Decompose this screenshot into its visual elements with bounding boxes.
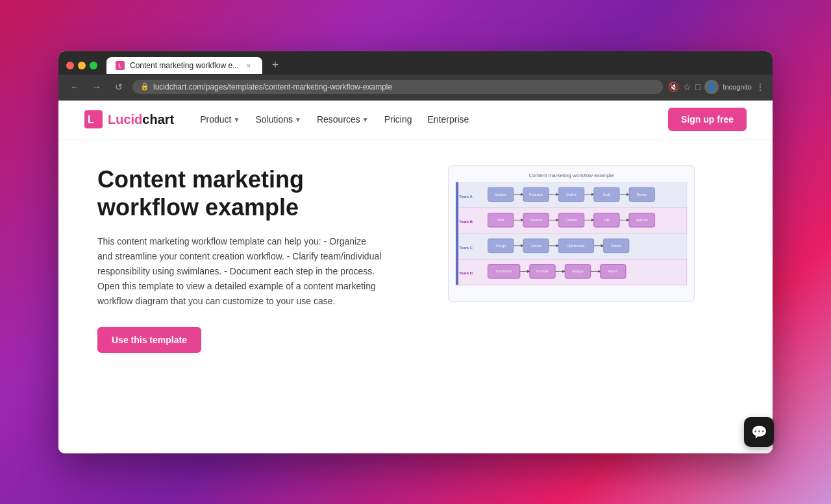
tab-title: Content marketing workflow e... xyxy=(130,61,239,70)
no-audio-icon: 🔇 xyxy=(668,82,679,92)
content-left: Content marketing workflow example This … xyxy=(97,165,383,354)
site-nav: L Lucidchart Product ▼ Solutions ▼ Resou… xyxy=(58,101,773,139)
resources-chevron-icon: ▼ xyxy=(362,116,369,123)
tab-favicon: L xyxy=(116,61,125,70)
svg-text:Approve: Approve xyxy=(636,219,649,222)
content-section: Content marketing workflow example This … xyxy=(58,139,773,453)
lock-icon: 🔒 xyxy=(140,82,149,91)
tab-close-button[interactable]: × xyxy=(244,61,253,70)
back-button[interactable]: ← xyxy=(66,78,83,95)
footer-divider xyxy=(97,453,734,453)
svg-text:Design: Design xyxy=(496,244,506,247)
browser-chrome: L Content marketing workflow e... × + ← … xyxy=(58,51,773,101)
address-text: lucidchart.com/pages/templates/content-m… xyxy=(153,82,392,91)
diagram-svg: Team A Team B Team C Team D Ideation Res… xyxy=(455,182,688,291)
svg-text:Team B: Team B xyxy=(459,220,473,224)
device-sync-icon[interactable]: □ xyxy=(695,82,701,92)
minimize-window-button[interactable] xyxy=(78,62,86,69)
content-right: Content marketing workflow example Team … xyxy=(409,165,734,302)
nav-pricing[interactable]: Pricing xyxy=(378,110,419,128)
svg-text:Report: Report xyxy=(608,270,618,273)
chat-button[interactable]: 💬 xyxy=(744,417,774,447)
refresh-button[interactable]: ↺ xyxy=(110,78,127,95)
signup-button[interactable]: Sign up free xyxy=(668,108,747,131)
svg-text:Team D: Team D xyxy=(459,271,473,275)
svg-text:Analyze: Analyze xyxy=(572,270,584,273)
use-template-button[interactable]: Use this template xyxy=(97,327,201,353)
traffic-lights xyxy=(66,62,97,69)
bookmark-icon[interactable]: ☆ xyxy=(683,82,691,92)
nav-links: Product ▼ Solutions ▼ Resources ▼ Pricin… xyxy=(193,110,668,128)
svg-text:Keyword: Keyword xyxy=(530,219,542,222)
browser-controls: ← → ↺ 🔒 lucidchart.com/pages/templates/c… xyxy=(58,75,773,101)
logo-icon: L xyxy=(84,110,103,128)
site-main: Content marketing workflow example This … xyxy=(58,139,773,453)
svg-text:Format: Format xyxy=(531,244,541,247)
diagram-title: Content marketing workflow example xyxy=(455,173,688,178)
maximize-window-button[interactable] xyxy=(90,62,97,69)
nav-solutions[interactable]: Solutions ▼ xyxy=(249,110,308,128)
solutions-chevron-icon: ▼ xyxy=(295,116,301,123)
chat-icon: 💬 xyxy=(751,424,767,440)
page-description: This content marketing workflow template… xyxy=(97,234,383,309)
browser-right-controls: 🔇 ☆ □ 👤 Incognito ⋮ xyxy=(668,80,765,94)
product-chevron-icon: ▼ xyxy=(234,116,240,123)
svg-text:Brief: Brief xyxy=(497,219,504,222)
svg-text:Team C: Team C xyxy=(459,245,473,249)
svg-text:Publish: Publish xyxy=(611,244,621,247)
svg-text:Review: Review xyxy=(637,193,648,196)
browser-tabs: L Content marketing workflow e... × + xyxy=(58,51,773,75)
profile-avatar[interactable]: 👤 xyxy=(704,80,719,94)
new-tab-button[interactable]: + xyxy=(266,56,284,75)
svg-text:Outline: Outline xyxy=(566,193,577,196)
close-window-button[interactable] xyxy=(66,62,74,69)
nav-enterprise[interactable]: Enterprise xyxy=(421,110,476,128)
svg-text:Research: Research xyxy=(529,193,543,196)
svg-text:Optimization: Optimization xyxy=(567,244,585,247)
svg-text:Edit: Edit xyxy=(604,219,610,222)
svg-text:Draft: Draft xyxy=(603,193,610,196)
website-content: L Lucidchart Product ▼ Solutions ▼ Resou… xyxy=(58,101,773,453)
svg-text:Content: Content xyxy=(565,219,577,222)
more-options-icon[interactable]: ⋮ xyxy=(756,82,765,92)
svg-text:Team A: Team A xyxy=(459,194,473,198)
svg-text:Ideation: Ideation xyxy=(495,193,507,196)
nav-product[interactable]: Product ▼ xyxy=(193,110,246,128)
nav-resources[interactable]: Resources ▼ xyxy=(310,110,375,128)
browser-window: L Content marketing workflow e... × + ← … xyxy=(58,51,773,453)
page-title: Content marketing workflow example xyxy=(97,165,383,221)
forward-button[interactable]: → xyxy=(88,78,105,95)
svg-text:Distribution: Distribution xyxy=(496,270,512,273)
svg-rect-60 xyxy=(456,182,458,285)
logo-text: Lucidchart xyxy=(108,112,174,127)
address-bar[interactable]: 🔒 lucidchart.com/pages/templates/content… xyxy=(132,80,663,94)
incognito-label: Incognito xyxy=(723,83,752,91)
diagram-preview: Content marketing workflow example Team … xyxy=(448,165,695,302)
svg-text:Promote: Promote xyxy=(536,270,549,273)
logo[interactable]: L Lucidchart xyxy=(84,110,174,128)
active-tab[interactable]: L Content marketing workflow e... × xyxy=(106,57,262,74)
svg-text:L: L xyxy=(88,114,94,125)
